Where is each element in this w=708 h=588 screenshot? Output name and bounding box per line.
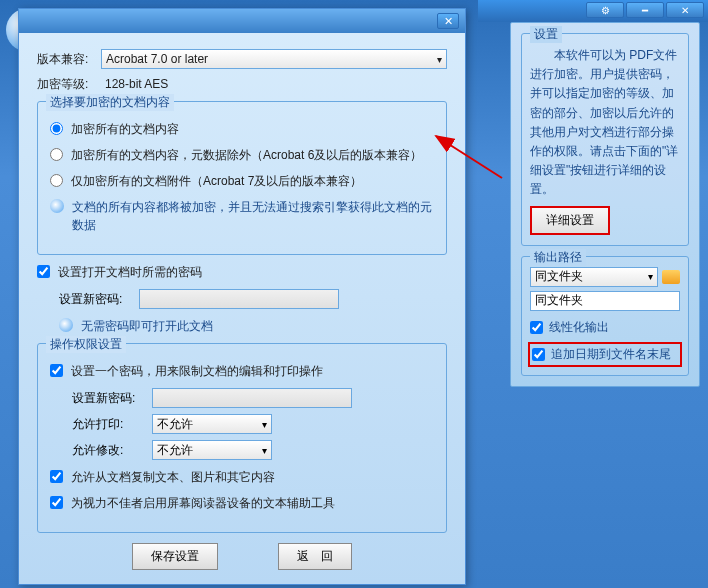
output-path-input[interactable] — [530, 291, 680, 311]
print-combo[interactable]: 不允许 — [152, 414, 272, 434]
allow-screen-checkbox[interactable] — [50, 496, 63, 509]
perm-group-title: 操作权限设置 — [46, 336, 126, 353]
settings-title: 设置 — [530, 26, 562, 43]
append-date-label: 追加日期到文件名末尾 — [551, 346, 671, 363]
permission-group: 操作权限设置 设置一个密码，用来限制文档的编辑和打印操作 设置新密码: 允许打印… — [37, 343, 447, 533]
enc-opt1-label: 加密所有的文档内容 — [71, 120, 179, 138]
enc-opt2-row[interactable]: 加密所有的文档内容，元数据除外（Acrobat 6及以后的版本兼容） — [50, 146, 434, 164]
folder-icon[interactable] — [662, 270, 680, 284]
info-icon — [50, 199, 64, 213]
detail-settings-button[interactable]: 详细设置 — [530, 206, 610, 235]
allow-screen-label: 为视力不佳者启用屏幕阅读器设备的文本辅助工具 — [71, 494, 335, 512]
level-value: 128-bit AES — [101, 75, 447, 93]
openpwd-label: 设置打开文档时所需的密码 — [58, 263, 202, 281]
enc-opt2-radio[interactable] — [50, 148, 63, 161]
perm-pwd-label: 设置新密码: — [72, 390, 144, 407]
perm-checkbox[interactable] — [50, 364, 63, 377]
linearize-label: 线性化输出 — [549, 319, 609, 336]
dialog-button-row: 保存设置 返 回 — [37, 543, 447, 570]
enc-opt1-radio[interactable] — [50, 122, 63, 135]
print-label: 允许打印: — [72, 416, 144, 433]
enc-opt3-radio[interactable] — [50, 174, 63, 187]
side-panel: 设置 本软件可以为 PDF文件进行加密。用户提供密码，并可以指定加密的等级、加密… — [510, 22, 700, 387]
dialog-body: 版本兼容: Acrobat 7.0 or later 加密等级: 128-bit… — [19, 33, 465, 584]
dialog-close-button[interactable]: ✕ — [437, 13, 459, 29]
append-date-checkbox[interactable] — [532, 348, 545, 361]
openpwd-input[interactable] — [139, 289, 339, 309]
compat-combo[interactable]: Acrobat 7.0 or later — [101, 49, 447, 69]
save-button[interactable]: 保存设置 — [132, 543, 218, 570]
enc-group-title: 选择要加密的文档内容 — [46, 94, 174, 111]
allow-copy-row[interactable]: 允许从文档复制文本、图片和其它内容 — [50, 468, 434, 486]
enc-info-text: 文档的所有内容都将被加密，并且无法通过搜索引擎获得此文档的元数据 — [72, 198, 434, 234]
allow-copy-checkbox[interactable] — [50, 470, 63, 483]
openpwd-checkbox[interactable] — [37, 265, 50, 278]
allow-screen-row[interactable]: 为视力不佳者启用屏幕阅读器设备的文本辅助工具 — [50, 494, 434, 512]
perm-chk-row[interactable]: 设置一个密码，用来限制文档的编辑和打印操作 — [50, 362, 434, 380]
dialog-titlebar: ✕ — [19, 9, 465, 33]
encryption-content-group: 选择要加密的文档内容 加密所有的文档内容 加密所有的文档内容，元数据除外（Acr… — [37, 101, 447, 255]
compat-label: 版本兼容: — [37, 51, 101, 68]
output-combo[interactable]: 同文件夹 — [530, 267, 658, 287]
info-icon — [59, 318, 73, 332]
minimize-button[interactable]: ━ — [626, 2, 664, 18]
back-button[interactable]: 返 回 — [278, 543, 352, 570]
openpwd-info-row: 无需密码即可打开此文档 — [59, 317, 447, 335]
help-text: 本软件可以为 PDF文件进行加密。用户提供密码，并可以指定加密的等级、加密的部分… — [530, 46, 680, 200]
close-button[interactable]: ✕ — [666, 2, 704, 18]
window-titlebar: ⚙ ━ ✕ — [478, 0, 708, 22]
enc-opt1-row[interactable]: 加密所有的文档内容 — [50, 120, 434, 138]
settings-section: 设置 本软件可以为 PDF文件进行加密。用户提供密码，并可以指定加密的等级、加密… — [521, 33, 689, 246]
encryption-dialog: ✕ 版本兼容: Acrobat 7.0 or later 加密等级: 128-b… — [18, 8, 466, 585]
modify-label: 允许修改: — [72, 442, 144, 459]
output-section: 输出路径 同文件夹 线性化输出 追加日期到文件名末尾 — [521, 256, 689, 376]
allow-copy-label: 允许从文档复制文本、图片和其它内容 — [71, 468, 275, 486]
openpwd-info-text: 无需密码即可打开此文档 — [81, 317, 213, 335]
linearize-row: 线性化输出 — [530, 319, 680, 336]
enc-opt2-label: 加密所有的文档内容，元数据除外（Acrobat 6及以后的版本兼容） — [71, 146, 422, 164]
settings-icon[interactable]: ⚙ — [586, 2, 624, 18]
enc-opt3-label: 仅加密所有的文档附件（Acrobat 7及以后的版本兼容） — [71, 172, 362, 190]
linearize-checkbox[interactable] — [530, 321, 543, 334]
append-date-row: 追加日期到文件名末尾 — [530, 344, 680, 365]
enc-info-row: 文档的所有内容都将被加密，并且无法通过搜索引擎获得此文档的元数据 — [50, 198, 434, 234]
modify-combo[interactable]: 不允许 — [152, 440, 272, 460]
openpwd-row[interactable]: 设置打开文档时所需的密码 — [37, 263, 447, 281]
openpwd-input-label: 设置新密码: — [59, 291, 131, 308]
perm-chk-label: 设置一个密码，用来限制文档的编辑和打印操作 — [71, 362, 323, 380]
level-label: 加密等级: — [37, 76, 101, 93]
output-title: 输出路径 — [530, 249, 586, 266]
enc-opt3-row[interactable]: 仅加密所有的文档附件（Acrobat 7及以后的版本兼容） — [50, 172, 434, 190]
perm-pwd-input[interactable] — [152, 388, 352, 408]
